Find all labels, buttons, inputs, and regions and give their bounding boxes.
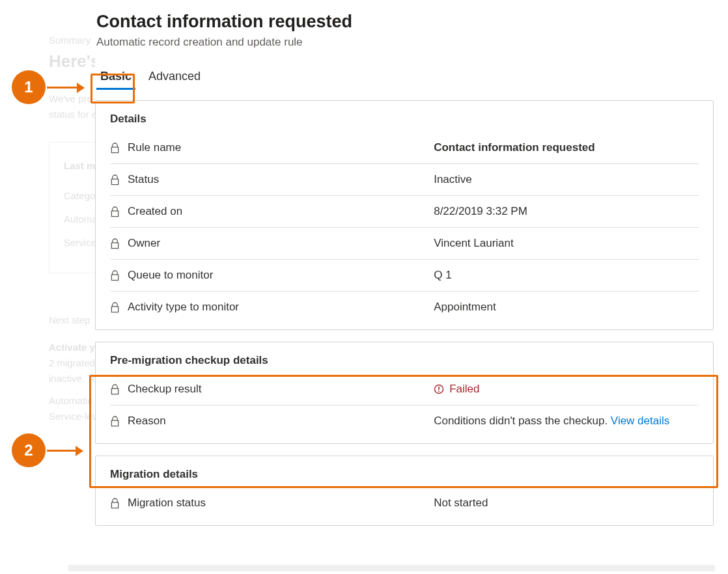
field-activity-type: Activity type to monitor Appointment — [110, 292, 699, 323]
field-reason: Reason Conditions didn't pass the checku… — [110, 405, 699, 437]
field-created-on: Created on 8/22/2019 3:32 PM — [110, 196, 699, 228]
lock-icon — [110, 416, 120, 427]
annotation-badge-2: 2 — [12, 433, 46, 467]
page-title: Contact information requested — [96, 12, 714, 32]
field-queue: Queue to monitor Q 1 — [110, 260, 699, 292]
field-value: Appointment — [434, 301, 699, 314]
tab-advanced[interactable]: Advanced — [145, 66, 204, 89]
field-label: Checkup result — [128, 383, 201, 396]
field-checkup-result: Checkup result Failed — [110, 374, 699, 405]
lock-icon — [110, 270, 120, 281]
checkup-card: Pre-migration checkup details Checkup re… — [95, 342, 714, 444]
field-label: Migration status — [128, 497, 206, 510]
field-label: Rule name — [128, 141, 181, 154]
checkup-title: Pre-migration checkup details — [110, 354, 699, 367]
lock-icon — [110, 238, 120, 249]
svg-rect-1 — [438, 387, 440, 390]
details-card: Details Rule name Contact information re… — [95, 100, 714, 330]
svg-rect-2 — [438, 390, 440, 392]
migration-title: Migration details — [110, 468, 699, 481]
field-migration-status: Migration status Not started — [110, 487, 699, 519]
details-title: Details — [110, 113, 699, 126]
tab-basic[interactable]: Basic — [96, 66, 135, 89]
error-icon — [434, 384, 444, 394]
field-label: Activity type to monitor — [128, 301, 239, 314]
main-panel: Contact information requested Automatic … — [95, 12, 714, 526]
field-label: Created on — [128, 205, 182, 218]
field-rule-name: Rule name Contact information requested — [110, 132, 699, 164]
annotation-arrow-1 — [47, 87, 83, 89]
lock-icon — [110, 174, 120, 185]
field-owner: Owner Vincent Lauriant — [110, 228, 699, 260]
annotation-badge-1: 1 — [12, 70, 46, 104]
lock-icon — [110, 302, 120, 313]
field-label: Owner — [128, 237, 160, 250]
page-subtitle: Automatic record creation and update rul… — [96, 36, 714, 49]
field-value: 8/22/2019 3:32 PM — [434, 205, 699, 218]
bottom-scroll-hint — [68, 565, 715, 571]
field-value: Not started — [434, 497, 699, 510]
field-value: Q 1 — [434, 269, 699, 282]
tabs: Basic Advanced — [96, 66, 714, 89]
field-value: Contact information requested — [434, 141, 699, 154]
field-label: Reason — [128, 415, 166, 428]
field-value: Inactive — [434, 173, 699, 186]
field-value: Vincent Lauriant — [434, 237, 699, 250]
field-status: Status Inactive — [110, 164, 699, 196]
field-value-failed: Failed — [434, 383, 699, 396]
migration-card: Migration details Migration status Not s… — [95, 456, 714, 526]
field-value: Conditions didn't pass the checkup. View… — [434, 415, 699, 428]
view-details-link[interactable]: View details — [611, 415, 669, 427]
lock-icon — [110, 384, 120, 395]
field-label: Status — [128, 173, 159, 186]
lock-icon — [110, 206, 120, 217]
lock-icon — [110, 498, 120, 509]
lock-icon — [110, 143, 120, 154]
annotation-arrow-2 — [47, 450, 82, 452]
field-label: Queue to monitor — [128, 269, 213, 282]
